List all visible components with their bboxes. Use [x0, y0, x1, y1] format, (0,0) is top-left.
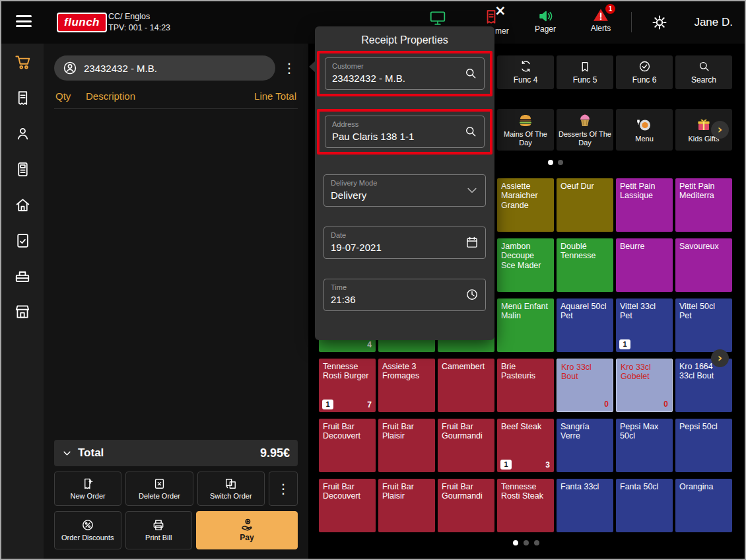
search-icon[interactable]: [464, 67, 477, 80]
product-tile[interactable]: Fanta 33cl: [557, 479, 613, 532]
func-4-button[interactable]: Func 4: [497, 55, 554, 89]
product-tile[interactable]: Fruit Bar Decouvert: [319, 479, 376, 532]
hamburger-menu-icon[interactable]: [16, 15, 32, 30]
sidebar-item-shop[interactable]: [13, 302, 32, 322]
category-pager-dots: [497, 160, 613, 165]
product-tile[interactable]: Camembert: [438, 359, 494, 412]
product-tile[interactable]: Aquarel 50cl Pet: [557, 298, 613, 352]
product-tile[interactable]: Kro 33cl Bout 0: [557, 359, 613, 412]
product-tile[interactable]: Pepsi 50cl: [675, 419, 732, 472]
product-tile[interactable]: Fruit Bar Gourmandi: [438, 419, 494, 472]
pager-dot[interactable]: [534, 540, 539, 545]
more-actions-kebab-icon[interactable]: ⋮: [269, 472, 298, 506]
search-button[interactable]: Search: [675, 55, 732, 89]
product-tile-count: 4: [367, 341, 372, 350]
product-tile[interactable]: Fruit Bar Plaisir: [378, 419, 435, 472]
time-field[interactable]: Time 21:36: [323, 279, 486, 311]
product-tile[interactable]: Brie Pasteuris: [497, 359, 554, 412]
pager-dot[interactable]: [558, 160, 563, 165]
address-field[interactable]: Address Pau Claris 138 1-1: [325, 116, 485, 148]
customer-field-label: Customer: [332, 62, 464, 70]
product-tile[interactable]: Jambon Decoupe Sce Mader: [497, 238, 554, 292]
delivery-mode-select[interactable]: Delivery Mode Delivery: [323, 174, 486, 207]
sidebar-item-sales[interactable]: [13, 52, 32, 72]
current-user[interactable]: Jane D.: [694, 16, 733, 29]
func-5-button[interactable]: Func 5: [557, 55, 613, 89]
pager-dot[interactable]: [524, 540, 529, 545]
product-tile[interactable]: Beurre: [616, 238, 673, 292]
category-desserts[interactable]: Desserts Of The Day: [557, 109, 613, 151]
product-tile[interactable]: Orangina: [675, 479, 732, 532]
sidebar-item-rooms[interactable]: [13, 195, 32, 215]
order-discounts-button[interactable]: Order Discounts: [54, 511, 121, 549]
product-tile[interactable]: Assiete 3 Fromages: [378, 359, 435, 412]
product-tile[interactable]: Kro 33cl Gobelet 0: [616, 359, 673, 412]
product-tile[interactable]: Petit Pain Mediterra: [675, 178, 732, 232]
pay-button[interactable]: Pay: [196, 511, 298, 549]
product-tile[interactable]: Sangría Verre: [557, 419, 613, 472]
product-tile[interactable]: Fruit Bar Gourmandi: [438, 479, 494, 532]
product-tile[interactable]: Doublé Tennesse: [557, 238, 613, 292]
product-tile-label: Kro 33cl Gobelet: [621, 363, 651, 381]
category-next-chevron[interactable]: ›: [711, 121, 729, 139]
product-tile-label: Jambon Decoupe Sce Mader: [501, 242, 541, 270]
product-tile[interactable]: Savoureux: [675, 238, 732, 292]
grid-pager-dots: [319, 540, 733, 545]
product-tile-badge: 1: [322, 400, 333, 409]
topbar-divider: [631, 12, 632, 32]
product-tile[interactable]: Assiette Maraicher Grande: [497, 178, 554, 232]
customer-field[interactable]: Customer 23432432 - M.B.: [325, 57, 485, 90]
product-tile[interactable]: Petit Pain Lassique: [616, 178, 673, 232]
new-order-button[interactable]: New Order: [54, 472, 121, 506]
grid-next-chevron[interactable]: ›: [711, 349, 729, 367]
modal-close-icon[interactable]: ×: [494, 3, 506, 18]
category-menu[interactable]: Menu: [616, 109, 673, 151]
settings-gear-icon[interactable]: [652, 15, 667, 30]
display-status-icon[interactable]: [429, 9, 446, 26]
address-field-highlight: Address Pau Claris 138 1-1: [317, 109, 492, 155]
pager-dot[interactable]: [513, 540, 518, 545]
product-tile[interactable]: Fruit Bar Decouvert: [319, 419, 376, 472]
delete-order-button[interactable]: Delete Order: [125, 472, 193, 506]
order-actions-row-1: New Order Delete Order Switch Order ⋮: [54, 472, 298, 506]
func-6-button[interactable]: Func 6: [616, 55, 673, 89]
date-field[interactable]: Date 19-07-2021: [323, 227, 486, 259]
product-tile-label: Fruit Bar Decouvert: [323, 422, 360, 440]
product-tile[interactable]: Vittel 50cl Pet: [675, 298, 732, 352]
print-bill-button[interactable]: Print Bill: [125, 511, 193, 549]
product-tile-badge: 1: [500, 460, 512, 470]
product-tile[interactable]: Oeuf Dur: [557, 178, 613, 232]
address-field-value: Pau Claris 138 1-1: [332, 131, 464, 142]
product-tile[interactable]: Kro 1664 33cl Bout: [675, 359, 732, 412]
order-total-bar[interactable]: Total 9.95€: [54, 440, 298, 466]
alerts-button[interactable]: 1 Alerts: [582, 7, 619, 33]
product-tile[interactable]: Pepsi Max 50cl: [616, 419, 673, 472]
clock-icon[interactable]: [465, 288, 479, 301]
product-tile[interactable]: Fanta 50cl: [616, 479, 673, 532]
sidebar-item-reports[interactable]: [13, 230, 32, 250]
product-tile[interactable]: Menú Enfant Malin: [497, 298, 554, 352]
sidebar-item-customers[interactable]: [13, 123, 32, 143]
switch-order-button[interactable]: Switch Order: [197, 472, 265, 506]
product-tile-label: Fruit Bar Plaisir: [382, 422, 414, 440]
product-tile[interactable]: Tennesse Rosti Steak: [497, 479, 554, 532]
sidebar-item-register[interactable]: [13, 266, 32, 286]
order-customer-chip[interactable]: 23432432 - M.B.: [54, 55, 275, 81]
calendar-icon[interactable]: [465, 236, 479, 249]
product-tile[interactable]: Vittel 33cl Pet 1: [616, 298, 673, 352]
sync-icon: [520, 60, 532, 73]
order-options-kebab-icon[interactable]: ⋮: [281, 55, 298, 81]
category-row: Mains Of The Day Desserts Of The Day Men…: [497, 109, 732, 151]
product-tile[interactable]: Tennesse Rosti Burger 1 7: [319, 359, 376, 412]
pager-button[interactable]: Pager: [527, 8, 564, 34]
search-icon[interactable]: [464, 125, 477, 138]
person-icon: [15, 125, 31, 142]
category-mains[interactable]: Mains Of The Day: [497, 109, 554, 151]
product-tile[interactable]: Beef Steak 1 3: [497, 419, 554, 472]
chevron-down-icon[interactable]: [465, 184, 479, 197]
sidebar-item-orders[interactable]: [13, 88, 32, 108]
sidebar-item-payments[interactable]: [13, 159, 32, 179]
pager-dot[interactable]: [548, 160, 553, 165]
delete-order-icon: [153, 477, 166, 490]
product-tile[interactable]: Fruit Bar Plaisir: [378, 479, 435, 532]
